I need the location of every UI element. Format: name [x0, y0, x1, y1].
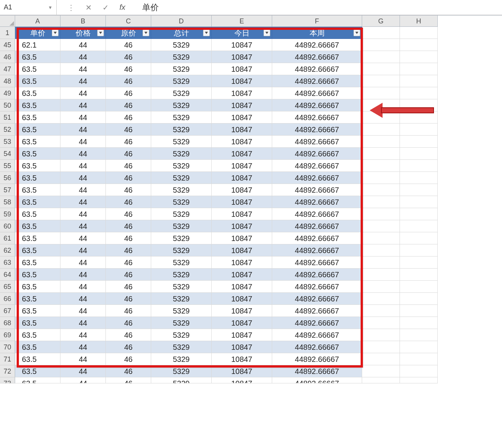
cell[interactable]: 44892.66667: [272, 160, 362, 172]
cell[interactable]: 44: [60, 232, 106, 244]
cell[interactable]: 63.5: [15, 136, 60, 148]
cell[interactable]: 10847: [212, 353, 272, 365]
cell[interactable]: 5329: [151, 232, 212, 244]
cell[interactable]: [362, 172, 400, 184]
row-header[interactable]: 64: [0, 269, 15, 281]
cell[interactable]: 46: [106, 136, 151, 148]
cell[interactable]: 10847: [212, 160, 272, 172]
cell[interactable]: 5329: [151, 87, 212, 99]
cell[interactable]: 10847: [212, 232, 272, 244]
cell[interactable]: 44: [60, 281, 106, 293]
cell[interactable]: [362, 244, 400, 256]
cell[interactable]: [362, 293, 400, 305]
cell[interactable]: [400, 148, 438, 160]
cell[interactable]: 63.5: [15, 244, 60, 256]
cell[interactable]: [362, 87, 400, 99]
cell[interactable]: 44892.66667: [272, 317, 362, 329]
column-header[interactable]: D: [151, 15, 212, 27]
cell[interactable]: 10847: [212, 111, 272, 124]
cell[interactable]: 44892.66667: [272, 87, 362, 99]
cell[interactable]: 44892.66667: [272, 341, 362, 353]
cell[interactable]: 44892.66667: [272, 220, 362, 232]
cell[interactable]: 44892.66667: [272, 184, 362, 196]
cell[interactable]: 10847: [212, 63, 272, 75]
cell[interactable]: 44892.66667: [272, 111, 362, 124]
row-header[interactable]: 68: [0, 317, 15, 329]
cell[interactable]: 44: [60, 87, 106, 99]
cell[interactable]: 44892.66667: [272, 75, 362, 87]
cell[interactable]: 44892.66667: [272, 244, 362, 256]
cell[interactable]: 63.5: [15, 305, 60, 317]
cell[interactable]: [400, 99, 438, 111]
cell[interactable]: 10847: [212, 172, 272, 184]
cell[interactable]: 44: [60, 305, 106, 317]
row-header[interactable]: 69: [0, 329, 15, 341]
cell[interactable]: 46: [106, 208, 151, 220]
cell[interactable]: 63.5: [15, 353, 60, 365]
name-box[interactable]: A1 ▼: [0, 0, 57, 15]
cell[interactable]: 5329: [151, 160, 212, 172]
cell[interactable]: 63.5: [15, 293, 60, 305]
cell[interactable]: 5329: [151, 220, 212, 232]
cell[interactable]: 44: [60, 365, 106, 377]
cell[interactable]: 63.5: [15, 377, 60, 383]
cell[interactable]: 63.5: [15, 269, 60, 281]
cell[interactable]: 63.5: [15, 256, 60, 269]
cell[interactable]: 44892.66667: [272, 293, 362, 305]
cell[interactable]: [400, 305, 438, 317]
cell[interactable]: 5329: [151, 365, 212, 377]
cell[interactable]: [362, 160, 400, 172]
table-header[interactable]: 原价: [106, 27, 151, 39]
fx-icon[interactable]: fx: [119, 3, 126, 12]
cell[interactable]: 44892.66667: [272, 305, 362, 317]
cell[interactable]: [400, 87, 438, 99]
cell[interactable]: 44: [60, 172, 106, 184]
cell[interactable]: 44: [60, 51, 106, 63]
cell[interactable]: 63.5: [15, 232, 60, 244]
cell[interactable]: 44892.66667: [272, 136, 362, 148]
cell[interactable]: 44: [60, 244, 106, 256]
cell[interactable]: [400, 244, 438, 256]
cell[interactable]: 44892.66667: [272, 148, 362, 160]
cell[interactable]: 10847: [212, 269, 272, 281]
row-header[interactable]: 66: [0, 293, 15, 305]
row-header[interactable]: 56: [0, 172, 15, 184]
row-header[interactable]: 65: [0, 281, 15, 293]
cell[interactable]: [400, 232, 438, 244]
cell[interactable]: 46: [106, 99, 151, 111]
cell[interactable]: 63.5: [15, 220, 60, 232]
cell[interactable]: 44: [60, 208, 106, 220]
cell[interactable]: 46: [106, 317, 151, 329]
cell[interactable]: [362, 220, 400, 232]
cell[interactable]: 46: [106, 220, 151, 232]
cell[interactable]: [362, 365, 400, 377]
table-header[interactable]: 今日: [212, 27, 272, 39]
cell[interactable]: [400, 281, 438, 293]
cell[interactable]: [362, 99, 400, 111]
cell[interactable]: 44: [60, 136, 106, 148]
more-icon[interactable]: ⋮: [67, 3, 75, 12]
cell[interactable]: 5329: [151, 293, 212, 305]
row-header[interactable]: 59: [0, 208, 15, 220]
cell[interactable]: 5329: [151, 256, 212, 269]
row-header[interactable]: 62: [0, 244, 15, 256]
cell[interactable]: 5329: [151, 196, 212, 208]
cell[interactable]: 46: [106, 87, 151, 99]
cell[interactable]: [362, 329, 400, 341]
cell[interactable]: 63.5: [15, 111, 60, 124]
cell[interactable]: [362, 111, 400, 124]
cell[interactable]: 46: [106, 281, 151, 293]
cell[interactable]: 46: [106, 124, 151, 136]
cell[interactable]: [400, 39, 438, 51]
cell[interactable]: [400, 220, 438, 232]
filter-dropdown-icon[interactable]: [353, 29, 360, 36]
cell[interactable]: [400, 136, 438, 148]
cell[interactable]: 5329: [151, 341, 212, 353]
cell[interactable]: 10847: [212, 87, 272, 99]
cell[interactable]: 44892.66667: [272, 196, 362, 208]
confirm-icon[interactable]: ✓: [102, 3, 109, 12]
cell[interactable]: 46: [106, 329, 151, 341]
cell[interactable]: 10847: [212, 365, 272, 377]
row-header[interactable]: 53: [0, 136, 15, 148]
cell[interactable]: [362, 377, 400, 383]
